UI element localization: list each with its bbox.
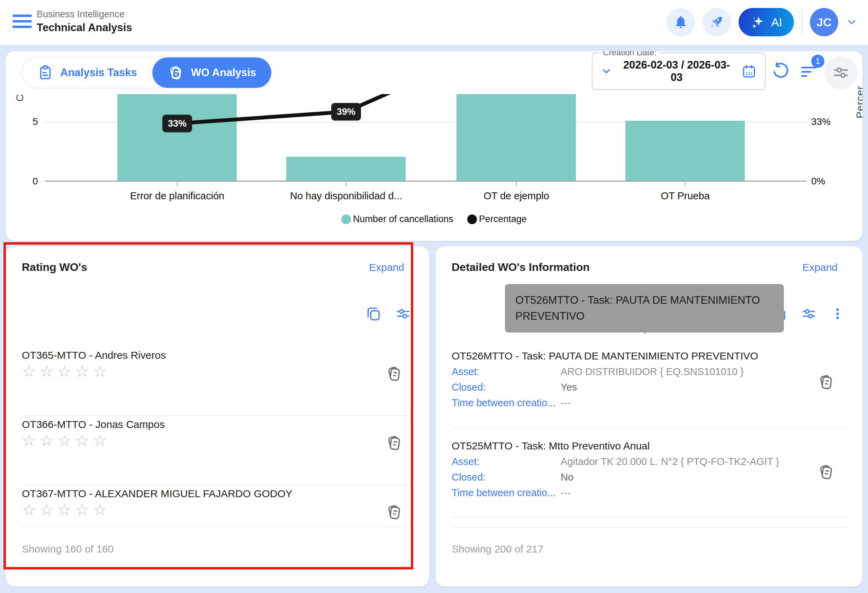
star-rating[interactable]: ☆☆☆☆☆ <box>22 363 413 379</box>
wo-detail-entry: OT526MTTO - Task: PAUTA DE MANTENIMIENTO… <box>452 350 846 409</box>
closed-label: Closed: <box>452 472 561 483</box>
wo-ticket-icon[interactable] <box>817 463 835 481</box>
percentage-label: 33% <box>162 115 192 133</box>
wo-title: OT526MTTO - Task: PAUTA DE MANTENIMIENTO… <box>452 350 846 362</box>
rating-footer-count: Showing 160 of 160 <box>22 543 114 555</box>
y-axis-tick: 0 <box>32 176 38 187</box>
tooltip-caret <box>639 327 651 334</box>
ai-assistant-button[interactable]: AI <box>738 8 794 36</box>
closed-label: Closed: <box>452 382 561 393</box>
y-axis-tick: 5 <box>32 116 38 127</box>
dashboard-screen: Business Intelligence Technical Analysis… <box>0 0 868 593</box>
sparkle-icon <box>750 15 766 30</box>
time-between-label[interactable]: Time between creatio... <box>452 397 561 409</box>
wo-title: OT367-MTTO - ALEXANDER MIGUEL FAJARDO GO… <box>22 485 413 500</box>
chevron-down-icon[interactable] <box>601 66 612 77</box>
wo-ticket-icon[interactable] <box>385 434 403 452</box>
tab-wo-analysis[interactable]: WO Analysis <box>152 58 271 88</box>
creation-date-value: 2026-02-03 / 2026-03-03 <box>618 59 735 84</box>
tune-sliders-icon <box>832 63 850 82</box>
clipboard-icon <box>37 65 53 81</box>
header-divider <box>802 9 802 35</box>
avatar[interactable]: JC <box>810 8 838 36</box>
wo-title: OT525MTTO - Task: Mtto Preventivo Anual <box>452 440 846 452</box>
wo-ticket-icon[interactable] <box>817 373 835 391</box>
kebab-menu-icon[interactable] <box>831 307 844 321</box>
wo-title: OT366-MTTO - Jonas Campos <box>22 416 413 431</box>
calendar-icon[interactable] <box>741 63 757 79</box>
copy-icon[interactable] <box>366 306 381 322</box>
expand-link[interactable]: Expand <box>802 261 837 273</box>
refresh-icon[interactable] <box>771 61 790 81</box>
chart-legend: Number of cancellations Percentage <box>6 214 862 224</box>
entry-divider <box>452 517 846 518</box>
asset-value: Agitador TK 20.000 L. N°2 { PTQ-FO-TK2-A… <box>561 456 779 468</box>
legend-label: Number of cancellations <box>353 214 453 224</box>
legend-dot-teal <box>341 214 351 224</box>
tab-analysis-tasks[interactable]: Analysis Tasks <box>22 58 152 88</box>
rating-list-item: OT367-MTTO - ALEXANDER MIGUEL FAJARDO GO… <box>22 485 413 527</box>
page-title: Technical Analysis <box>37 21 132 34</box>
analysis-tabs: Analysis Tasks WO Analysis <box>21 57 272 89</box>
time-between-value: --- <box>561 487 571 499</box>
asset-value: ARO DISTRIBUIDOR { EQ.SNS101010 } <box>561 366 744 378</box>
rating-list-item: OT366-MTTO - Jonas Campos ☆☆☆☆☆ <box>22 416 413 485</box>
tab-label: WO Analysis <box>191 66 256 79</box>
x-axis-label: OT de ejemplo <box>433 190 599 202</box>
tab-label: Analysis Tasks <box>60 66 137 79</box>
legend-item-percentage[interactable]: Percentage <box>467 214 527 224</box>
notifications-button[interactable] <box>667 8 695 36</box>
rocket-icon <box>710 15 724 30</box>
star-rating[interactable]: ☆☆☆☆☆ <box>22 502 413 518</box>
wo-detail-entry: OT525MTTO - Task: Mtto Preventivo Anual … <box>452 440 846 499</box>
closed-value: No <box>561 472 573 483</box>
filter-icon[interactable]: 1 <box>799 61 819 81</box>
legend-label: Percentage <box>479 214 527 224</box>
legend-dot-black <box>467 214 477 224</box>
entry-divider <box>452 427 846 428</box>
rating-wos-panel: Rating WO's Expand OT365-MTTO - Andres R… <box>6 246 429 586</box>
time-between-label[interactable]: Time between creatio... <box>452 487 561 499</box>
panel-title: Detailed WO's Information <box>452 261 590 274</box>
filter-badge: 1 <box>811 55 824 68</box>
wo-ticket-icon[interactable] <box>385 365 403 383</box>
x-axis-tick <box>346 181 347 186</box>
details-footer-count: Showing 200 of 217 <box>452 543 543 555</box>
bar-chart-plot-area: 33% 39% <box>45 94 806 181</box>
wo-ticket-icon[interactable] <box>385 503 403 521</box>
y-axis-right-tick: 33% <box>811 116 831 127</box>
legend-item-cancellations[interactable]: Number of cancellations <box>341 214 453 224</box>
star-rating[interactable]: ☆☆☆☆☆ <box>22 432 413 448</box>
rating-list-item: OT365-MTTO - Andres Riveros ☆☆☆☆☆ <box>22 347 413 416</box>
wo-tooltip: OT526MTTO - Task: PAUTA DE MANTENIMIENTO… <box>505 284 784 332</box>
app-title: Business Intelligence <box>37 9 125 20</box>
detailed-wos-panel: Detailed WO's Information Expand OT526MT… <box>435 246 862 586</box>
x-axis-label: Error de planificación <box>94 190 260 202</box>
x-axis-label: OT Prueba <box>602 190 768 202</box>
account-chevron-down-icon[interactable] <box>846 16 858 28</box>
percentage-label: 39% <box>331 103 361 121</box>
time-between-value: --- <box>561 397 571 409</box>
asset-label: Asset: <box>452 456 561 468</box>
launch-button[interactable] <box>703 8 731 36</box>
creation-date-field[interactable]: Creation Date: 2026-02-03 / 2026-03-03 <box>592 53 766 90</box>
tune-sliders-icon[interactable] <box>801 306 817 322</box>
x-axis-tick <box>685 181 686 186</box>
expand-link[interactable]: Expand <box>369 261 404 273</box>
chart-settings-button[interactable] <box>824 56 858 89</box>
x-axis-label: No hay disponibilidad d... <box>263 190 429 202</box>
wo-analysis-card: Analysis Tasks WO Analysis Creation Date… <box>6 51 862 241</box>
tune-sliders-icon[interactable] <box>395 306 411 322</box>
x-axis-tick <box>177 181 177 186</box>
hamburger-menu-icon[interactable] <box>12 15 32 31</box>
bell-icon <box>673 15 688 30</box>
x-axis-tick <box>516 181 517 186</box>
asset-label: Asset: <box>452 366 561 378</box>
right-axis-title-clipped: Percer <box>854 86 862 118</box>
percentage-line <box>45 94 806 181</box>
app-header: Business Intelligence Technical Analysis… <box>0 0 868 45</box>
entry-divider <box>452 527 846 528</box>
wo-title: OT365-MTTO - Andres Riveros <box>22 347 413 361</box>
closed-value: Yes <box>561 382 577 393</box>
panel-title: Rating WO's <box>22 261 87 274</box>
